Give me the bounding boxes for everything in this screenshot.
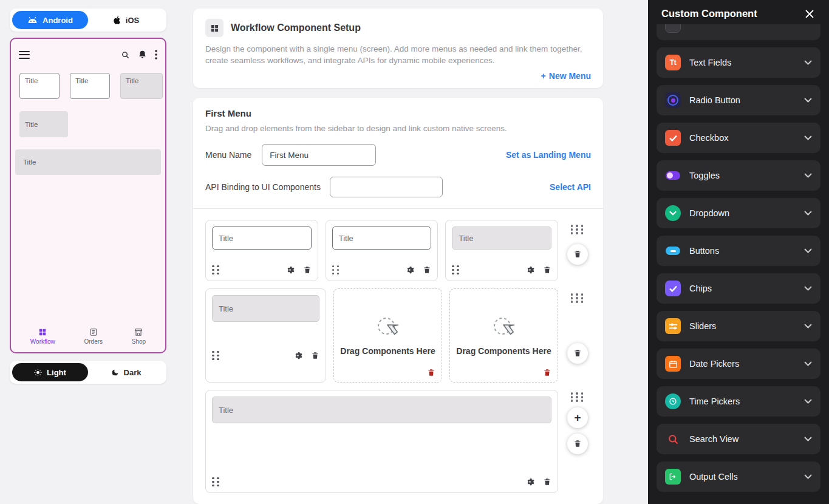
component-category-checkbox[interactable]: Checkbox: [657, 123, 820, 153]
search-icon: [121, 50, 130, 60]
main-content: Workflow Component Setup Design the comp…: [193, 9, 603, 504]
select-api-link[interactable]: Select API: [550, 182, 591, 192]
drag-handle-icon[interactable]: [212, 351, 220, 361]
dark-theme-button[interactable]: Dark: [88, 363, 164, 381]
component-category-chips[interactable]: Chips: [657, 273, 820, 304]
textfield-component[interactable]: Title: [212, 226, 312, 250]
chevron-down-icon[interactable]: [804, 60, 812, 65]
textfield-component[interactable]: Title: [332, 226, 432, 250]
component-card[interactable]: Title: [445, 220, 558, 281]
component-grid-icon: [205, 19, 223, 37]
component-category-output-cells[interactable]: Output Cells: [657, 461, 820, 492]
component-category-search-view[interactable]: Search View: [657, 424, 820, 454]
preview-nav-shop: Shop: [132, 328, 146, 345]
textfield-component-filled[interactable]: Title: [452, 226, 551, 250]
chevron-down-icon[interactable]: [804, 173, 812, 178]
toggle-icon: [665, 168, 681, 183]
chevron-down-icon[interactable]: [804, 474, 812, 479]
panel-title: Custom Component: [661, 8, 757, 19]
delete-zone-icon[interactable]: [543, 368, 551, 377]
chevron-down-icon[interactable]: [804, 98, 812, 103]
apple-icon: [113, 16, 121, 25]
component-card[interactable]: Title: [205, 220, 318, 281]
component-category-text-fields[interactable]: Tt Text Fields: [657, 47, 820, 78]
builder-canvas: Title Title: [193, 209, 603, 504]
button-component-filled[interactable]: Title: [212, 295, 319, 322]
chip-icon: [665, 281, 681, 296]
component-category-toggles[interactable]: Toggles: [657, 160, 820, 191]
delete-row-button[interactable]: [567, 434, 588, 454]
component-category-date-pickers[interactable]: Date Pickers: [657, 349, 820, 379]
component-card[interactable]: Title: [326, 220, 438, 281]
first-menu-card: First Menu Drag and drop elements from t…: [193, 98, 603, 504]
delete-icon[interactable]: [303, 265, 312, 274]
new-menu-label: New Menu: [549, 71, 591, 81]
category-label: Output Cells: [689, 472, 796, 482]
preview-text-field: Title: [19, 73, 60, 99]
textfield-component-filled[interactable]: Title: [212, 397, 551, 423]
chevron-down-icon[interactable]: [804, 248, 812, 253]
chevron-down-icon[interactable]: [804, 437, 812, 441]
chevron-down-icon[interactable]: [804, 399, 812, 404]
component-category-partial[interactable]: [657, 24, 820, 40]
settings-icon[interactable]: [293, 351, 302, 360]
menu-name-input[interactable]: [262, 144, 376, 166]
drop-zone-text: Drag Components Here: [456, 346, 551, 356]
new-menu-button[interactable]: + New Menu: [541, 71, 591, 81]
component-category-dropdown[interactable]: Dropdown: [657, 198, 820, 228]
api-binding-input[interactable]: [330, 177, 443, 197]
ios-tab[interactable]: iOS: [88, 11, 164, 29]
category-label: Radio Button: [689, 95, 796, 105]
delete-icon[interactable]: [543, 477, 551, 486]
chevron-down-icon[interactable]: [804, 135, 812, 140]
drag-handle-icon[interactable]: [212, 265, 220, 275]
time-picker-icon: [665, 393, 681, 409]
slider-icon: [665, 318, 681, 334]
drop-zone[interactable]: Drag Components Here: [333, 288, 442, 383]
bell-icon: [138, 50, 147, 60]
component-category-sliders[interactable]: Sliders: [657, 311, 820, 341]
settings-icon[interactable]: [405, 265, 414, 274]
row-drag-handle-icon[interactable]: [571, 392, 585, 402]
component-category-radio-button[interactable]: Radio Button: [657, 85, 820, 115]
drag-handle-icon[interactable]: [212, 477, 220, 487]
sun-icon: [34, 369, 42, 376]
chevron-down-icon[interactable]: [804, 286, 812, 291]
delete-row-button[interactable]: [567, 244, 588, 265]
setup-description: Design the component with a single menu …: [205, 44, 589, 66]
receipt-icon: [89, 328, 98, 336]
delete-zone-icon[interactable]: [427, 368, 435, 377]
set-landing-menu-link[interactable]: Set as Landing Menu: [506, 150, 591, 160]
delete-icon[interactable]: [543, 265, 551, 274]
component-category-time-pickers[interactable]: Time Pickers: [657, 386, 820, 417]
settings-icon[interactable]: [525, 265, 534, 274]
light-theme-button[interactable]: Light: [12, 363, 88, 381]
android-tab[interactable]: Android: [12, 11, 88, 29]
component-card[interactable]: Title: [205, 288, 326, 383]
component-category-buttons[interactable]: Buttons: [657, 236, 820, 266]
delete-row-button[interactable]: [567, 343, 588, 364]
component-list[interactable]: Tt Text Fields Radio Button Checkbox Tog…: [648, 24, 829, 504]
chevron-down-icon[interactable]: [804, 211, 812, 216]
row-drag-handle-icon[interactable]: [571, 225, 585, 234]
delete-icon[interactable]: [423, 265, 431, 274]
settings-icon[interactable]: [285, 265, 295, 274]
moon-icon: [111, 369, 119, 376]
chevron-down-icon[interactable]: [804, 361, 812, 366]
category-label: Chips: [689, 284, 796, 293]
click-hand-icon: [490, 316, 519, 341]
delete-icon[interactable]: [311, 351, 319, 360]
row-drag-handle-icon[interactable]: [571, 293, 585, 303]
component-card-wide[interactable]: Title: [205, 390, 558, 493]
theme-toggle: Light Dark: [10, 361, 166, 384]
drop-zone-text: Drag Components Here: [340, 346, 435, 356]
drag-handle-icon[interactable]: [452, 265, 460, 275]
chevron-down-icon[interactable]: [804, 324, 812, 329]
drag-handle-icon[interactable]: [332, 265, 341, 275]
page-title: Workflow Component Setup: [231, 22, 361, 33]
preview-button: Title: [19, 111, 68, 137]
close-icon[interactable]: [805, 9, 814, 19]
add-row-button[interactable]: +: [567, 407, 588, 428]
settings-icon[interactable]: [525, 477, 534, 486]
drop-zone[interactable]: Drag Components Here: [449, 288, 558, 383]
